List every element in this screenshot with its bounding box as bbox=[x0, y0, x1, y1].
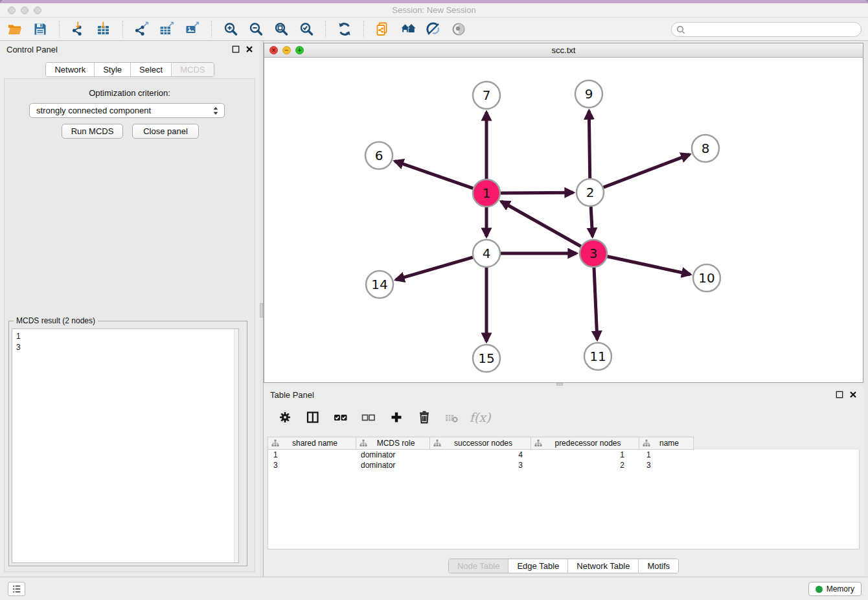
export-network-button[interactable]: ↗ bbox=[133, 21, 150, 38]
graph-edge-2-9[interactable] bbox=[589, 111, 589, 178]
graph-edge-2-3[interactable] bbox=[591, 207, 592, 237]
tab-node-table[interactable]: Node Table bbox=[449, 559, 508, 573]
zoom-fit-button[interactable] bbox=[273, 21, 290, 38]
tab-network[interactable]: Network bbox=[46, 63, 94, 76]
tab-select[interactable]: Select bbox=[130, 63, 171, 76]
graph-edge-3-1[interactable] bbox=[501, 202, 581, 246]
result-scrollbar[interactable] bbox=[234, 329, 238, 562]
graph-node-6[interactable]: 6 bbox=[365, 142, 393, 169]
graph-node-7[interactable]: 7 bbox=[473, 82, 500, 109]
graph-node-9[interactable]: 9 bbox=[575, 80, 602, 108]
column-header-label: name bbox=[650, 439, 693, 448]
import-network-button[interactable]: ↓ bbox=[70, 21, 87, 38]
mcds-result-textarea[interactable]: 1 3 bbox=[12, 329, 239, 563]
export-table-button[interactable]: ↗ bbox=[159, 21, 176, 38]
graph-node-14[interactable]: 14 bbox=[366, 271, 393, 298]
apply-layout-button[interactable] bbox=[400, 21, 417, 38]
search-box[interactable] bbox=[671, 22, 862, 37]
tab-network-table[interactable]: Network Table bbox=[567, 559, 638, 573]
cell-successor-nodes[interactable]: 4 bbox=[431, 450, 532, 460]
task-history-button[interactable] bbox=[8, 582, 25, 596]
svg-text:↗: ↗ bbox=[168, 21, 175, 29]
splitter-handle[interactable] bbox=[556, 383, 563, 386]
run-mcds-button[interactable]: Run MCDS bbox=[62, 124, 123, 139]
zoom-in-button[interactable] bbox=[222, 21, 239, 38]
network-window-title: scc.txt bbox=[264, 45, 863, 55]
network-canvas[interactable]: 7968124314101511 bbox=[264, 58, 863, 382]
float-table-panel-button[interactable] bbox=[836, 391, 843, 398]
cell-shared-name[interactable]: 3 bbox=[268, 460, 357, 470]
table-panel-title: Table Panel bbox=[270, 390, 314, 400]
tab-edge-table[interactable]: Edge Table bbox=[508, 559, 567, 573]
table-toolbar: f(x) bbox=[268, 404, 488, 430]
graph-node-3[interactable]: 3 bbox=[580, 240, 607, 267]
search-input[interactable] bbox=[688, 24, 861, 36]
deselect-all-columns-button[interactable] bbox=[360, 409, 377, 426]
svg-text:4: 4 bbox=[483, 246, 491, 261]
create-column-button[interactable] bbox=[388, 409, 405, 426]
cell-name[interactable]: 1 bbox=[640, 450, 694, 460]
float-control-panel-button[interactable] bbox=[232, 45, 240, 53]
cell-mcds-role[interactable]: dominator bbox=[357, 450, 431, 460]
hierarchy-icon bbox=[360, 439, 367, 447]
show-columns-button[interactable] bbox=[304, 409, 321, 426]
criterion-selected-value: strongly connected component bbox=[36, 106, 212, 115]
tab-motifs[interactable]: Motifs bbox=[638, 559, 678, 573]
table-row-0[interactable]: 1dominator411 bbox=[268, 450, 859, 460]
graph-edge-4-14[interactable] bbox=[396, 257, 473, 280]
criterion-select[interactable]: strongly connected component bbox=[29, 103, 225, 118]
svg-text:↗: ↗ bbox=[143, 21, 150, 29]
export-image-button[interactable]: ↗ bbox=[184, 21, 201, 38]
svg-text:11: 11 bbox=[589, 349, 606, 364]
select-all-columns-button[interactable] bbox=[332, 409, 349, 426]
graph-node-11[interactable]: 11 bbox=[584, 343, 611, 370]
cell-predecessor-nodes[interactable]: 1 bbox=[532, 450, 640, 460]
graph-node-2[interactable]: 2 bbox=[577, 179, 604, 206]
cell-name[interactable]: 3 bbox=[640, 460, 694, 470]
network-window-titlebar[interactable]: ×−+ scc.txt bbox=[264, 43, 863, 58]
save-session-button[interactable] bbox=[32, 21, 49, 38]
graph-node-8[interactable]: 8 bbox=[692, 135, 719, 162]
zoom-selected-button[interactable] bbox=[298, 21, 315, 38]
graph-edge-3-11[interactable] bbox=[594, 268, 597, 340]
graph-edge-3-10[interactable] bbox=[608, 257, 691, 275]
column-header-successor-nodes[interactable]: successor nodes bbox=[430, 437, 531, 450]
graph-edge-1-2[interactable] bbox=[501, 192, 573, 193]
graph-edge-1-6[interactable] bbox=[395, 161, 474, 189]
zoom-out-button[interactable] bbox=[247, 21, 264, 38]
import-table-button[interactable]: ↓ bbox=[95, 21, 112, 38]
graph-node-4[interactable]: 4 bbox=[473, 240, 500, 267]
column-header-shared-name[interactable]: shared name bbox=[268, 437, 356, 450]
tab-mcds[interactable]: MCDS bbox=[171, 63, 213, 76]
cell-successor-nodes[interactable]: 3 bbox=[431, 460, 532, 470]
cell-mcds-role[interactable]: dominator bbox=[357, 460, 431, 470]
cell-predecessor-nodes[interactable]: 2 bbox=[532, 460, 640, 470]
optimization-criterion-label: Optimization criterion: bbox=[5, 88, 255, 98]
splitter-handle[interactable] bbox=[260, 303, 263, 317]
open-session-button[interactable] bbox=[6, 21, 23, 38]
close-table-panel-button[interactable] bbox=[849, 391, 857, 398]
graph-edge-2-8[interactable] bbox=[604, 154, 690, 187]
toolbar-separator bbox=[325, 21, 326, 38]
close-control-panel-button[interactable] bbox=[246, 45, 253, 53]
tab-style[interactable]: Style bbox=[94, 63, 130, 76]
svg-text:14: 14 bbox=[371, 277, 387, 292]
refresh-view-button[interactable] bbox=[336, 21, 353, 38]
close-panel-button[interactable]: Close panel bbox=[132, 124, 199, 139]
column-header-mcds-role[interactable]: MCDS role bbox=[356, 437, 430, 450]
table-row-1[interactable]: 3dominator323 bbox=[268, 460, 859, 470]
table-panel: Table Panel f(x) shared nameMCDS rolesuc… bbox=[264, 386, 863, 577]
toggle-bird-eye-button[interactable] bbox=[450, 21, 467, 38]
memory-button[interactable]: Memory bbox=[808, 582, 862, 596]
graph-node-15[interactable]: 15 bbox=[473, 345, 500, 372]
toolbar-separator bbox=[211, 21, 212, 38]
column-header-predecessor-nodes[interactable]: predecessor nodes bbox=[531, 437, 639, 450]
graph-node-10[interactable]: 10 bbox=[693, 264, 720, 292]
graph-node-1[interactable]: 1 bbox=[473, 179, 500, 207]
column-header-name[interactable]: name bbox=[639, 437, 694, 450]
table-options-button[interactable] bbox=[277, 409, 293, 426]
cell-shared-name[interactable]: 1 bbox=[268, 450, 357, 460]
show-graphics-details-button[interactable] bbox=[425, 21, 442, 38]
delete-column-button[interactable] bbox=[416, 409, 433, 426]
network-from-file-button[interactable] bbox=[374, 21, 391, 38]
